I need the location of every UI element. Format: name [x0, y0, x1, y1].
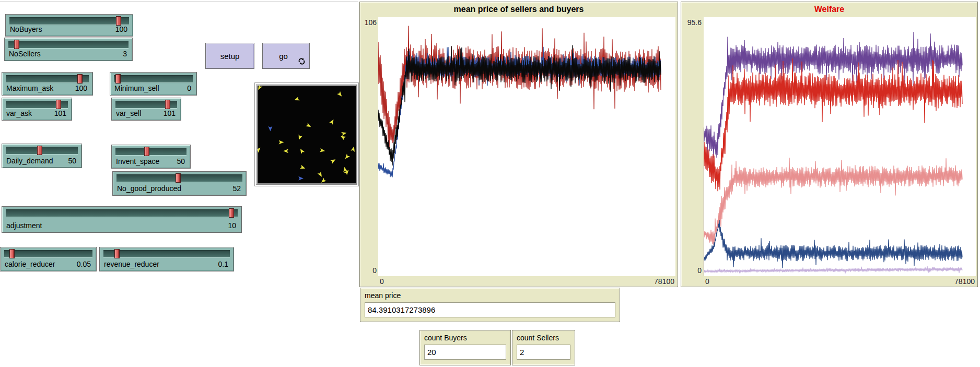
slider-thumb[interactable] — [37, 146, 42, 155]
monitor-value-field: 20 — [424, 345, 506, 360]
slider-thumb[interactable] — [115, 74, 121, 84]
slider-label: revenue_reducer — [104, 260, 159, 268]
y-axis-min-label: 0 — [361, 266, 377, 275]
slider-thumb[interactable] — [114, 249, 120, 258]
turtle — [341, 131, 347, 136]
slider-value: 100 — [115, 25, 127, 33]
slider-no-good-produced[interactable]: No_good_produced 52 — [112, 171, 247, 196]
go-button-label: go — [279, 52, 288, 61]
plot-canvas — [378, 17, 675, 276]
slider-calorie-reducer[interactable]: calorie_reducer 0.05 — [0, 247, 97, 271]
slider-var-ask[interactable]: var_ask 101 — [2, 98, 72, 121]
slider-nobuyers[interactable]: NoBuyers 100 — [5, 14, 133, 37]
y-axis-max-label: 95.6 — [684, 18, 702, 27]
slider-maximum-ask[interactable]: Maximum_ask 100 — [2, 72, 93, 96]
slider-label: Maximum_ask — [6, 84, 53, 92]
slider-value: 0.05 — [77, 260, 91, 268]
go-button[interactable]: go — [262, 43, 310, 69]
slider-track[interactable] — [9, 17, 129, 25]
plot-mean-price: mean price of sellers and buyers 106 0 0… — [359, 2, 678, 287]
slider-label: Invent_space — [116, 157, 159, 165]
slider-nosellers[interactable]: NoSellers 3 — [4, 38, 133, 61]
plot-title: mean price of sellers and buyers — [360, 5, 678, 14]
slider-value: 50 — [68, 157, 76, 165]
slider-invent-space[interactable]: Invent_space 50 — [111, 145, 191, 169]
slider-value: 0.1 — [218, 260, 228, 268]
monitor-value: 84.3910317273896 — [368, 305, 435, 314]
slider-value: 52 — [232, 184, 241, 193]
turtle — [351, 146, 356, 151]
slider-minimum-sell[interactable]: Minimum_sell 0 — [110, 72, 197, 96]
series-welfare-navy — [704, 220, 962, 268]
slider-thumb[interactable] — [14, 40, 19, 49]
world-canvas — [256, 84, 357, 185]
turtle — [283, 149, 288, 153]
turtle — [298, 176, 304, 181]
slider-value: 101 — [54, 109, 66, 117]
slider-track[interactable] — [114, 75, 193, 83]
turtle — [258, 146, 262, 152]
setup-button-label: setup — [220, 52, 240, 61]
series-welfare-purple — [704, 32, 962, 276]
slider-track[interactable] — [115, 148, 186, 156]
slider-track[interactable] — [8, 41, 129, 49]
turtle — [306, 123, 312, 129]
slider-track[interactable] — [103, 250, 230, 258]
turtle — [300, 165, 306, 171]
slider-adjustment[interactable]: adjustment 10 — [2, 206, 242, 233]
slider-thumb[interactable] — [116, 16, 121, 26]
slider-label: Daily_demand — [6, 157, 53, 165]
slider-var-sell[interactable]: var_sell 101 — [111, 98, 181, 121]
world-view — [254, 82, 359, 186]
slider-thumb[interactable] — [229, 208, 234, 218]
slider-track[interactable] — [6, 209, 238, 217]
turtle — [279, 140, 284, 145]
slider-revenue-reducer[interactable]: revenue_reducer 0.1 — [99, 247, 234, 271]
top-divider — [0, 2, 358, 2]
slider-thumb[interactable] — [77, 74, 83, 84]
turtle — [258, 86, 262, 91]
plot-title: Welfare — [681, 5, 977, 14]
slider-daily-demand[interactable]: Daily_demand 50 — [2, 144, 82, 168]
turtle — [299, 148, 305, 154]
monitor-label: count Sellers — [517, 334, 559, 342]
slider-thumb[interactable] — [56, 100, 61, 109]
slider-value: 10 — [228, 221, 236, 230]
slider-track[interactable] — [4, 250, 92, 258]
netlogo-interface: NoBuyers 100 NoSellers 3 Maximum_ask 100… — [0, 0, 980, 367]
slider-label: adjustment — [6, 221, 42, 230]
slider-label: No_good_produced — [117, 184, 181, 193]
slider-track[interactable] — [6, 75, 89, 83]
slider-thumb[interactable] — [9, 249, 15, 258]
turtle — [268, 126, 272, 132]
slider-thumb[interactable] — [144, 147, 149, 156]
turtle — [318, 171, 324, 177]
slider-label: calorie_reducer — [5, 260, 55, 268]
slider-value: 100 — [75, 84, 87, 92]
turtle — [337, 91, 343, 98]
plot-welfare: Welfare 95.6 0 0 78100 — [681, 2, 978, 287]
slider-label: var_ask — [6, 109, 32, 117]
setup-button[interactable]: setup — [205, 43, 254, 69]
monitor-value-field: 84.3910317273896 — [365, 302, 615, 317]
turtle — [320, 148, 325, 153]
series-welfare-pink — [704, 158, 962, 245]
x-axis-min-label: 0 — [705, 277, 709, 286]
turtle — [329, 119, 335, 125]
slider-value: 101 — [164, 109, 176, 117]
turtle — [297, 135, 302, 141]
turtle — [344, 154, 350, 160]
monitor-count-sellers: count Sellers 2 — [512, 330, 575, 365]
slider-value: 0 — [187, 84, 191, 92]
monitor-label: count Buyers — [424, 334, 467, 342]
monitor-mean-price: mean price 84.3910317273896 — [360, 288, 620, 322]
slider-value: 3 — [123, 50, 127, 58]
x-axis-max-label: 78100 — [654, 277, 674, 286]
slider-thumb[interactable] — [165, 100, 170, 109]
y-axis-min-label: 0 — [684, 266, 702, 275]
slider-label: NoSellers — [9, 50, 41, 58]
series-welfare-lavender — [704, 266, 962, 274]
slider-thumb[interactable] — [176, 173, 181, 183]
slider-label: NoBuyers — [10, 25, 42, 33]
monitor-value: 20 — [427, 348, 436, 357]
